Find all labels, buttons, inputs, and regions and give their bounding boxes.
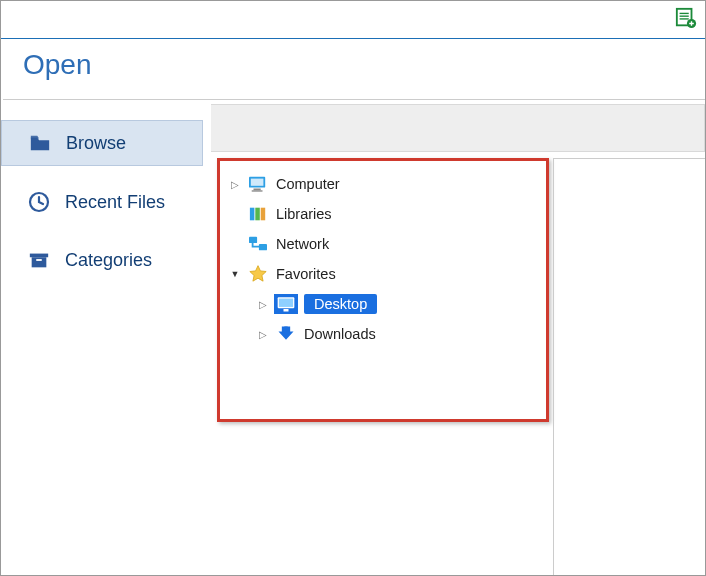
sidebar: Browse Recent Files Categories (1, 100, 211, 576)
svg-rect-14 (255, 208, 259, 221)
libraries-icon (246, 204, 270, 224)
sidebar-item-label: Browse (66, 133, 126, 154)
download-icon (274, 324, 298, 344)
main-area: ▷ Computer Libraries (211, 100, 705, 576)
chevron-down-icon[interactable]: ▼ (230, 269, 240, 279)
tree-item-desktop[interactable]: ▷ Desktop (224, 289, 542, 319)
tree-item-network[interactable]: Network (224, 229, 542, 259)
chevron-right-icon[interactable]: ▷ (258, 299, 268, 310)
body: Browse Recent Files Categories (1, 100, 705, 576)
archive-icon (27, 248, 51, 272)
open-dialog: Open Browse Recent Files Categories (0, 0, 706, 576)
clock-icon (27, 190, 51, 214)
file-list-pane (553, 158, 705, 576)
tree-item-label: Favorites (276, 266, 336, 282)
sidebar-item-categories[interactable]: Categories (5, 238, 203, 282)
svg-rect-16 (249, 237, 257, 243)
svg-rect-7 (32, 257, 47, 267)
page-title: Open (1, 39, 705, 99)
tree-item-downloads[interactable]: ▷ Downloads (224, 319, 542, 349)
svg-rect-13 (250, 208, 255, 221)
sidebar-item-label: Categories (65, 250, 152, 271)
svg-rect-19 (279, 299, 293, 307)
sidebar-item-label: Recent Files (65, 192, 165, 213)
desktop-icon (274, 294, 298, 314)
svg-rect-12 (252, 190, 263, 191)
svg-rect-6 (30, 254, 48, 258)
svg-rect-11 (254, 189, 261, 191)
computer-icon (246, 174, 270, 194)
folder-icon (28, 131, 52, 155)
tree-item-favorites[interactable]: ▼ Favorites (224, 259, 542, 289)
folder-tree: ▷ Computer Libraries (217, 158, 549, 422)
network-icon (246, 234, 270, 254)
tree-item-label: Network (276, 236, 329, 252)
tree-item-label: Computer (276, 176, 340, 192)
tree-item-label: Downloads (304, 326, 376, 342)
svg-rect-10 (251, 179, 264, 186)
tree-item-computer[interactable]: ▷ Computer (224, 169, 542, 199)
svg-rect-20 (284, 309, 289, 312)
chevron-right-icon[interactable]: ▷ (258, 329, 268, 340)
sidebar-item-browse[interactable]: Browse (1, 120, 203, 166)
tree-item-label: Desktop (304, 294, 377, 314)
page-options-icon[interactable] (675, 7, 697, 29)
sidebar-item-recent-files[interactable]: Recent Files (5, 180, 203, 224)
star-icon (246, 264, 270, 284)
chevron-right-icon[interactable]: ▷ (230, 179, 240, 190)
svg-rect-15 (261, 208, 266, 221)
tree-item-label: Libraries (276, 206, 332, 222)
tree-item-libraries[interactable]: Libraries (224, 199, 542, 229)
top-bar (1, 1, 705, 39)
svg-rect-8 (36, 259, 42, 261)
path-toolbar (211, 104, 705, 152)
